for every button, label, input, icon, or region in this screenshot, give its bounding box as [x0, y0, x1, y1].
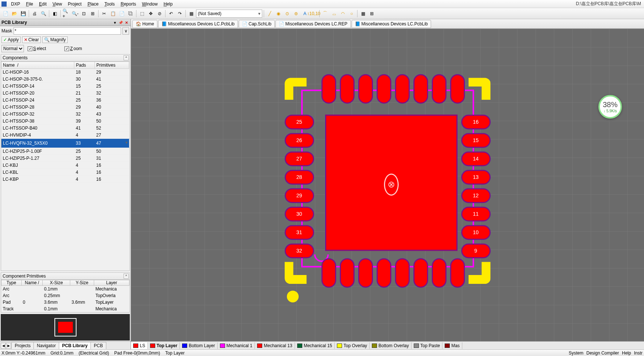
- tab-first-icon[interactable]: ◀: [1, 343, 6, 349]
- via-icon[interactable]: ⊙: [283, 10, 291, 18]
- pad-25[interactable]: 25: [285, 114, 314, 129]
- pad-12[interactable]: 12: [461, 188, 491, 203]
- status-compiler[interactable]: Design Compiler: [586, 350, 619, 356]
- primitive-row[interactable]: Arc0.1mmMechanica: [1, 286, 129, 293]
- layer-tab[interactable]: LS: [131, 342, 148, 349]
- menu-window[interactable]: Window: [139, 1, 161, 7]
- circle-icon[interactable]: ○: [348, 10, 356, 18]
- component-row[interactable]: LC-HTSSOP-202132: [1, 90, 129, 97]
- tab-projects[interactable]: Projects: [11, 342, 34, 349]
- pad-bottom-4[interactable]: [395, 258, 410, 288]
- select-icon[interactable]: ⬚: [138, 10, 146, 18]
- doctab-misc1[interactable]: 📘Miscellaneous Devices LC.PcbLib: [158, 20, 238, 28]
- doctab-home[interactable]: 🏠Home: [132, 20, 157, 28]
- primitive-row[interactable]: Track0.1mmMechanica: [1, 306, 129, 312]
- layer-tab[interactable]: Top Layer: [148, 342, 180, 349]
- panel-close-icon[interactable]: ✕: [124, 20, 129, 25]
- panel-pin-icon[interactable]: 📌: [118, 20, 123, 25]
- menu-file[interactable]: File: [23, 1, 36, 7]
- status-system[interactable]: System: [569, 350, 583, 356]
- menu-help[interactable]: Help: [161, 1, 176, 7]
- pad-top-6[interactable]: [432, 74, 446, 103]
- apply-button[interactable]: ✓Apply: [1, 36, 21, 43]
- menu-place[interactable]: Place: [85, 1, 102, 7]
- pad-14[interactable]: 14: [461, 151, 491, 166]
- zoomsel-icon[interactable]: ⊞: [89, 10, 97, 18]
- open-icon[interactable]: 📂: [10, 10, 18, 18]
- pad-27[interactable]: 27: [285, 151, 314, 166]
- undo-icon[interactable]: ↶: [167, 10, 175, 18]
- primitive-row[interactable]: Pad03.6mm3.6mmTopLayer: [1, 299, 129, 306]
- pcol-type[interactable]: Type: [1, 280, 22, 286]
- menu-project[interactable]: Project: [65, 1, 85, 7]
- component-row[interactable]: LC-HTSSOP-282940: [1, 104, 129, 111]
- doctab-misc2[interactable]: 📘Miscellaneous Devices LC.PcbLib: [352, 20, 431, 28]
- pad-top-4[interactable]: [395, 74, 410, 103]
- pad-top-1[interactable]: [340, 74, 355, 103]
- component-row[interactable]: LC-HSOP-28-375-0.3041: [1, 76, 129, 83]
- col-name[interactable]: Name /: [1, 62, 74, 69]
- layer-tab[interactable]: Top Overlay: [335, 342, 370, 349]
- component-row[interactable]: LC-KBJ416: [1, 162, 129, 169]
- pad-13[interactable]: 13: [461, 170, 491, 184]
- grid-icon[interactable]: ▦: [187, 10, 195, 18]
- pcol-xs[interactable]: X-Size: [43, 280, 70, 286]
- pad-bottom-7[interactable]: [450, 258, 465, 288]
- col-pads[interactable]: Pads: [74, 62, 95, 69]
- layer-tab[interactable]: Bottom Overlay: [370, 342, 412, 349]
- pad-bottom-6[interactable]: [432, 258, 446, 288]
- expand-icon[interactable]: ^: [124, 55, 129, 60]
- pcol-name[interactable]: Name /: [21, 280, 43, 286]
- pad-31[interactable]: 31: [285, 225, 314, 240]
- print-icon[interactable]: 🖨: [31, 10, 39, 18]
- zoom-checkbox[interactable]: ✓Zoom: [64, 46, 82, 51]
- pad-icon[interactable]: ◉: [274, 10, 282, 18]
- component-row[interactable]: LC-HZIP25-P-1.272531: [1, 155, 129, 162]
- array-icon[interactable]: ⊞: [368, 10, 376, 18]
- primitive-row[interactable]: Arc0.25mmTopOverla: [1, 292, 129, 299]
- track-icon[interactable]: ╱: [266, 10, 274, 18]
- panel-dropdown-icon[interactable]: ▾: [112, 20, 117, 25]
- snap-select[interactable]: (Not Saved): [196, 10, 262, 18]
- doctab-rep[interactable]: 📄Miscellaneous Devices LC.REP: [275, 20, 351, 28]
- menu-reports[interactable]: Reports: [118, 1, 139, 7]
- pad-bottom-1[interactable]: [340, 258, 355, 288]
- component-row[interactable]: LC-HTSSOP-323243: [1, 111, 129, 118]
- pad-10[interactable]: 10: [461, 225, 491, 240]
- zoomfit-icon[interactable]: ⊡: [80, 10, 88, 18]
- mask-dropdown-icon[interactable]: ∨: [122, 27, 129, 35]
- status-instr[interactable]: Instr: [634, 350, 643, 356]
- arc3-icon[interactable]: ◠: [339, 10, 347, 18]
- new-icon[interactable]: 📄: [1, 10, 10, 18]
- deselect-icon[interactable]: ⊘: [156, 10, 164, 18]
- pad-32[interactable]: 32: [285, 243, 314, 258]
- layers-icon[interactable]: ◧: [51, 10, 59, 18]
- component-row[interactable]: LC-HTSSOP-242536: [1, 97, 129, 104]
- redo-icon[interactable]: ↷: [176, 10, 184, 18]
- col-prims[interactable]: Primitives: [95, 62, 129, 69]
- layer-tab[interactable]: Top Paste: [412, 342, 442, 349]
- magnify-button[interactable]: 🔍Magnify: [42, 36, 68, 43]
- pad-bottom-5[interactable]: [413, 258, 428, 288]
- zoomin-icon[interactable]: 🔍+: [62, 10, 70, 18]
- select-checkbox[interactable]: ✓Select: [28, 46, 46, 51]
- pad-9[interactable]: 9: [461, 243, 491, 258]
- mask-input[interactable]: [14, 27, 121, 35]
- pad-top-5[interactable]: [413, 74, 428, 103]
- layer-tab[interactable]: Mechanical 15: [295, 342, 335, 349]
- component-row[interactable]: LC-HVQFN-32_5X5X03347: [1, 139, 129, 148]
- copy-icon[interactable]: 📋: [109, 10, 117, 18]
- pad-15[interactable]: 15: [461, 133, 491, 148]
- component-row[interactable]: LC-KBP416: [1, 176, 129, 183]
- pad-bottom-2[interactable]: [358, 258, 373, 288]
- layer-tab[interactable]: Mechanical 1: [218, 342, 255, 349]
- clear-button[interactable]: ✕Clear: [22, 36, 41, 43]
- menu-tools[interactable]: Tools: [102, 1, 118, 7]
- component-row[interactable]: LC-HTSSOP-383950: [1, 118, 129, 125]
- pad-26[interactable]: 26: [285, 133, 314, 148]
- tab-prev-icon[interactable]: ▶: [6, 343, 11, 349]
- arc2-icon[interactable]: ⌓: [330, 10, 338, 18]
- pad-29[interactable]: 29: [285, 188, 314, 203]
- component-row[interactable]: LC-HSOP-161829: [1, 69, 129, 76]
- mode-select[interactable]: Normal: [1, 45, 24, 52]
